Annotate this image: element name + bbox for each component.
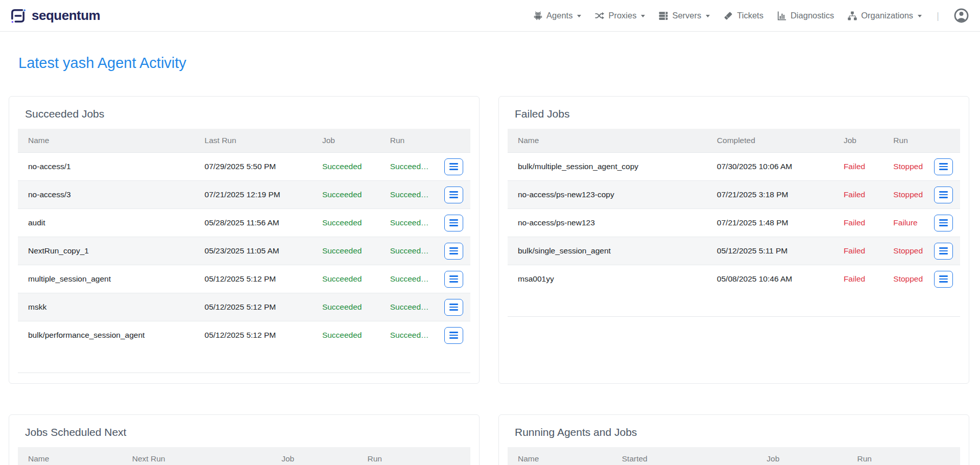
row-menu-button[interactable] <box>444 327 463 344</box>
nav-tickets[interactable]: Tickets <box>724 11 763 20</box>
row-menu-button[interactable] <box>934 187 953 203</box>
job-status-cell: Succeeded <box>312 265 380 293</box>
run-status-cell: Succeeded <box>380 209 434 237</box>
hamburger-icon <box>939 222 948 224</box>
table-spacer-row <box>18 349 470 373</box>
hamburger-icon <box>449 307 458 308</box>
failed-jobs-table: NameCompletedJobRunbulk/multiple_session… <box>508 129 960 317</box>
row-menu-button[interactable] <box>444 215 463 231</box>
hamburger-icon <box>939 225 948 226</box>
nav-proxies[interactable]: Proxies <box>595 11 645 20</box>
card-title: Succeeded Jobs <box>25 108 470 120</box>
nav-organizations[interactable]: Organizations <box>848 11 922 20</box>
job-name-cell: no-access/ps-new123-copy <box>508 181 707 209</box>
job-status-cell: Failed <box>833 181 883 209</box>
row-menu-button[interactable] <box>444 243 463 260</box>
run-status-cell: Succeeded <box>380 153 434 181</box>
chevron-down-icon <box>577 15 581 17</box>
server-stack-icon <box>659 11 668 20</box>
table-row: multiple_session_agent05/12/2025 5:12 PM… <box>18 265 470 293</box>
hamburger-icon <box>939 191 948 193</box>
sequentum-logo-icon <box>9 7 27 25</box>
job-status-cell: Succeeded <box>312 209 380 237</box>
nav-label: Organizations <box>861 11 913 20</box>
column-header: Started <box>612 447 757 465</box>
job-name-cell: no-access/1 <box>18 153 195 181</box>
job-status-cell: Failed <box>833 153 883 181</box>
actions-cell <box>928 153 960 181</box>
column-header: Name <box>508 129 707 153</box>
actions-cell <box>928 181 960 209</box>
row-menu-button[interactable] <box>444 271 463 288</box>
nav-servers[interactable]: Servers <box>659 11 710 20</box>
row-menu-button[interactable] <box>934 158 953 175</box>
column-header: Last Run <box>195 129 312 153</box>
hamburger-icon <box>449 194 458 196</box>
hamburger-icon <box>449 191 458 193</box>
table-row: no-access/107/29/2025 5:50 PMSucceededSu… <box>18 153 470 181</box>
hamburger-icon <box>449 166 458 168</box>
time-cell: 05/08/2025 10:46 AM <box>707 265 833 293</box>
job-name-cell: msa001yy <box>508 265 707 293</box>
job-status-cell: Succeeded <box>312 181 380 209</box>
column-header: Name <box>18 447 122 465</box>
nav-divider: | <box>937 10 939 21</box>
column-header: Job <box>271 447 357 465</box>
row-menu-button[interactable] <box>934 243 953 260</box>
job-name-cell: bulk/single_session_agent <box>508 237 707 265</box>
ticket-icon <box>724 11 733 20</box>
run-status-cell: Stopped <box>883 153 928 181</box>
hamburger-icon <box>449 281 458 283</box>
hamburger-icon <box>449 169 458 170</box>
column-header: Job <box>312 129 380 153</box>
hamburger-icon <box>449 197 458 198</box>
nav-diagnostics[interactable]: Diagnostics <box>777 11 834 20</box>
table-row: NextRun_copy_105/23/2025 11:05 AMSucceed… <box>18 237 470 265</box>
hamburger-icon <box>939 247 948 249</box>
row-menu-button[interactable] <box>934 271 953 288</box>
user-menu-button[interactable] <box>954 8 969 23</box>
column-header: Run <box>380 129 434 153</box>
job-status-cell: Failed <box>833 209 883 237</box>
run-status-cell: Stopped <box>883 181 928 209</box>
row-menu-button[interactable] <box>444 158 463 175</box>
hamburger-icon <box>939 169 948 170</box>
column-header: Run <box>847 447 928 465</box>
jobs-scheduled-next-table: NameNext RunJobRunno-access/307/21/2025 … <box>18 447 470 465</box>
row-menu-button[interactable] <box>934 215 953 231</box>
nav-label: Proxies <box>608 11 636 20</box>
column-header-actions <box>434 129 470 153</box>
shuffle-icon <box>595 11 604 20</box>
hamburger-icon <box>939 194 948 196</box>
column-header: Run <box>357 447 434 465</box>
hamburger-icon <box>939 163 948 165</box>
top-navbar: sequentum Agents <box>0 0 980 32</box>
hamburger-icon <box>939 278 948 280</box>
card-title: Failed Jobs <box>515 108 960 120</box>
time-cell: 05/12/2025 5:12 PM <box>195 293 312 321</box>
job-name-cell: bulk/performance_session_agent <box>18 321 195 350</box>
run-status-cell: Succeeded <box>380 181 434 209</box>
job-name-cell: bulk/multiple_session_agent_copy <box>508 153 707 181</box>
nav-agents[interactable]: Agents <box>534 11 581 20</box>
page-title: Latest yash Agent Activity <box>18 55 980 72</box>
column-header: Name <box>18 129 195 153</box>
brand-name: sequentum <box>32 8 100 24</box>
hamburger-icon <box>449 247 458 249</box>
time-cell: 05/12/2025 5:12 PM <box>195 265 312 293</box>
actions-cell <box>434 209 470 237</box>
hamburger-icon <box>939 166 948 168</box>
running-agents-jobs-table: NameStartedJobRunno-access/207/17/2025 9… <box>508 447 960 465</box>
card-jobs-scheduled-next: Jobs Scheduled Next NameNext RunJobRunno… <box>9 414 480 465</box>
brand-logo[interactable]: sequentum <box>9 7 100 25</box>
hamburger-icon <box>449 309 458 311</box>
table-row: mskk05/12/2025 5:12 PMSucceededSucceeded <box>18 293 470 321</box>
table-row: audit05/28/2025 11:56 AMSucceededSucceed… <box>18 209 470 237</box>
row-menu-button[interactable] <box>444 187 463 203</box>
job-status-cell: Succeeded <box>312 293 380 321</box>
column-header: Completed <box>707 129 833 153</box>
org-chart-icon <box>848 11 857 20</box>
row-menu-button[interactable] <box>444 299 463 316</box>
table-row: bulk/single_session_agent05/12/2025 5:11… <box>508 237 960 265</box>
actions-cell <box>434 237 470 265</box>
